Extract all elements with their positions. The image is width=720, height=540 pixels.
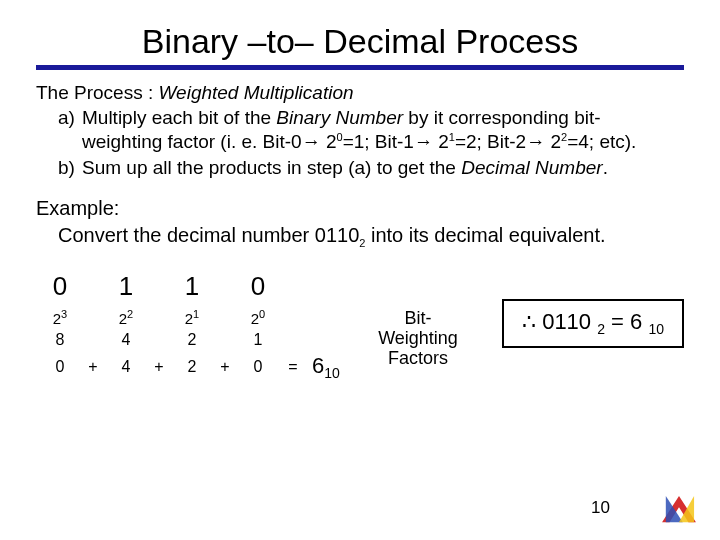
sum-result: 610 bbox=[308, 351, 348, 383]
therefore-symbol: ∴ bbox=[522, 309, 536, 334]
weight-1: 21 bbox=[172, 306, 212, 329]
weight-0: 20 bbox=[238, 306, 278, 329]
step-b-marker: b) bbox=[58, 156, 82, 180]
step-a-line2: weighting factor (i. e. Bit-0→ 20=1; Bit… bbox=[82, 130, 684, 154]
value-0: 1 bbox=[238, 329, 278, 351]
step-a-text: Multiply each bit of the Binary Number b… bbox=[82, 107, 601, 128]
logo-icon bbox=[660, 494, 698, 526]
weight-3: 23 bbox=[40, 306, 80, 329]
value-3: 8 bbox=[40, 329, 80, 351]
values-row: 8 4 2 1 bbox=[40, 329, 348, 351]
equals-icon: = bbox=[278, 351, 308, 383]
process-heading: The Process : Weighted Multiplication bbox=[36, 82, 684, 104]
title-underline bbox=[36, 65, 684, 70]
value-2: 4 bbox=[106, 329, 146, 351]
term-1: 2 bbox=[172, 351, 212, 383]
process-label-em: Weighted Multiplication bbox=[159, 82, 354, 103]
sum-row: 0 + 4 + 2 + 0 = 610 bbox=[40, 351, 348, 383]
result-box: ∴ 0110 2 = 6 10 bbox=[502, 299, 684, 347]
step-a-marker: a) bbox=[58, 106, 82, 130]
bit-0: 0 bbox=[238, 271, 278, 306]
term-0: 0 bbox=[238, 351, 278, 383]
example-question: Convert the decimal number 01102 into it… bbox=[58, 224, 684, 249]
page-number: 10 bbox=[591, 498, 610, 518]
step-b-text: Sum up all the products in step (a) to g… bbox=[82, 157, 608, 178]
process-steps: a)Multiply each bit of the Binary Number… bbox=[58, 106, 684, 179]
bits-row: 0 1 1 0 bbox=[40, 271, 348, 306]
slide-title: Binary –to– Decimal Process bbox=[36, 22, 684, 61]
example-label: Example: bbox=[36, 197, 684, 220]
bit-weighting-label: Bit-Weighting Factors bbox=[372, 309, 464, 368]
plus-icon: + bbox=[146, 351, 172, 383]
process-label-plain: The Process : bbox=[36, 82, 159, 103]
plus-icon: + bbox=[212, 351, 238, 383]
plus-icon: + bbox=[80, 351, 106, 383]
bit-3: 0 bbox=[40, 271, 80, 306]
calculation-area: 0 1 1 0 23 22 21 20 8 4 2 1 0 bbox=[36, 271, 684, 383]
term-2: 4 bbox=[106, 351, 146, 383]
step-a: a)Multiply each bit of the Binary Number… bbox=[58, 106, 684, 154]
step-b: b)Sum up all the products in step (a) to… bbox=[58, 156, 684, 180]
bit-1: 1 bbox=[172, 271, 212, 306]
weight-2: 22 bbox=[106, 306, 146, 329]
calculation-table: 0 1 1 0 23 22 21 20 8 4 2 1 0 bbox=[40, 271, 348, 383]
slide: Binary –to– Decimal Process The Process … bbox=[0, 0, 720, 540]
weights-row: 23 22 21 20 bbox=[40, 306, 348, 329]
term-3: 0 bbox=[40, 351, 80, 383]
bit-2: 1 bbox=[106, 271, 146, 306]
value-1: 2 bbox=[172, 329, 212, 351]
